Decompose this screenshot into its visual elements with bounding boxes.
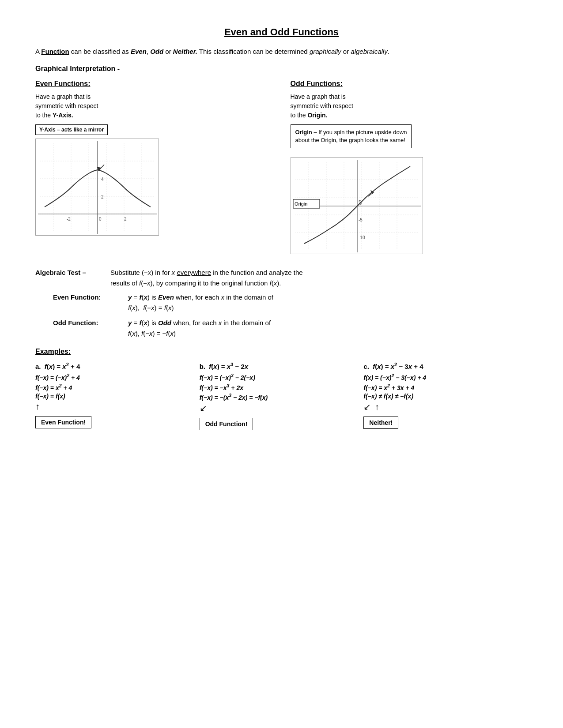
- example-a-step3: f(−x) = f(x): [35, 393, 195, 400]
- graphically-text: graphically: [310, 48, 341, 55]
- odd-functions-col: Odd Functions: Have a graph that issymme…: [291, 80, 528, 254]
- odd-functions-title: Odd Functions:: [291, 80, 528, 88]
- even-keyword: Even: [131, 48, 147, 55]
- example-b-col: b. f(x) = x3 − 2x f(−x) = (−x)3 − 2(−x) …: [200, 362, 364, 430]
- examples-section: Examples: a. f(x) = x2 + 4 f(−x) = (−x)2…: [35, 348, 528, 430]
- example-c-step2: f(−x) = x2 + 3x + 4: [363, 383, 523, 391]
- page-title: Even and Odd Functions: [35, 26, 528, 38]
- algebraic-test-label: Algebraic Test –: [35, 267, 106, 289]
- svg-text:2: 2: [101, 195, 104, 199]
- example-a-step1: f(−x) = (−x)2 + 4: [35, 373, 195, 381]
- example-c-step1: f(x) = (−x)2 − 3(−x) + 4: [363, 373, 523, 381]
- svg-text:-2: -2: [67, 217, 71, 221]
- svg-text:4: 4: [101, 177, 104, 182]
- example-a-result: Even Function!: [35, 416, 91, 428]
- algebraic-intro-row: Algebraic Test – Substitute (−x) in for …: [35, 267, 528, 289]
- example-b-step3: f(−x) = −(x3 − 2x) = −f(x): [200, 393, 359, 401]
- example-c-col: c. f(x) = x2 − 3x + 4 f(x) = (−x)2 − 3(−…: [363, 362, 528, 430]
- even-function-def-row: Even Function: y = f(x) is Even when, fo…: [53, 292, 528, 313]
- example-c-arrows: ↙ ↑: [363, 402, 523, 412]
- svg-text:-5: -5: [359, 218, 363, 222]
- example-c-result: Neither!: [363, 417, 398, 429]
- svg-text:Origin: Origin: [295, 201, 307, 206]
- even-graph: -2 0 2 2 4: [35, 139, 159, 236]
- even-functions-col: Even Functions: Have a graph that issymm…: [35, 80, 273, 254]
- graphical-section: Even Functions: Have a graph that issymm…: [35, 80, 528, 254]
- example-c-step3: f(−x) ≠ f(x) ≠ −f(x): [363, 393, 523, 400]
- even-function-def-label: Even Function:: [53, 292, 124, 313]
- odd-functions-desc: Have a graph that issymmetric with respe…: [291, 92, 528, 120]
- even-graph-svg: -2 0 2 2 4: [36, 139, 159, 236]
- example-c-label: c. f(x) = x2 − 3x + 4: [363, 362, 523, 370]
- even-functions-title: Even Functions:: [35, 80, 273, 88]
- example-b-arrow: ↙: [200, 403, 359, 413]
- examples-header: Examples:: [35, 348, 528, 356]
- example-a-arrow: ↑: [35, 402, 195, 412]
- even-function-def-text: y = f(x) is Even when, for each x in the…: [128, 292, 273, 313]
- algebraic-intro-text: Substitute (−x) in for x everywhere in t…: [110, 267, 528, 289]
- origin-note: Origin – If you spin the picture upside …: [291, 124, 412, 148]
- example-a-step2: f(−x) = x2 + 4: [35, 383, 195, 391]
- odd-function-def-label: Odd Function:: [53, 318, 124, 339]
- example-b-result: Odd Function!: [200, 418, 253, 430]
- function-keyword: Function: [41, 48, 69, 55]
- neither-keyword: Neither.: [173, 48, 197, 55]
- intro-paragraph: A Function can be classified as Even, Od…: [35, 47, 528, 57]
- odd-graph-svg: 5 -5 -10 0 Origin: [291, 158, 423, 254]
- svg-text:-10: -10: [359, 235, 365, 240]
- y-axis-note: Y-Axis – acts like a mirror: [35, 124, 108, 135]
- odd-graph: 5 -5 -10 0 Origin: [291, 157, 423, 254]
- odd-function-def-text: y = f(x) is Odd when, for each x in the …: [128, 318, 271, 339]
- example-b-step2: f(−x) = −x3 + 2x: [200, 383, 359, 391]
- odd-function-def-row: Odd Function: y = f(x) is Odd when, for …: [53, 318, 528, 339]
- example-a-col: a. f(x) = x2 + 4 f(−x) = (−x)2 + 4 f(−x)…: [35, 362, 200, 430]
- graphical-header: Graphical Interpretation -: [35, 65, 528, 73]
- example-b-step1: f(−x) = (−x)3 − 2(−x): [200, 373, 359, 381]
- example-b-label: b. f(x) = x3 − 2x: [200, 362, 359, 370]
- svg-text:0: 0: [99, 217, 102, 221]
- examples-grid: a. f(x) = x2 + 4 f(−x) = (−x)2 + 4 f(−x)…: [35, 362, 528, 430]
- svg-text:2: 2: [124, 217, 127, 221]
- algebraically-text: algebraically: [351, 48, 387, 55]
- algebraic-section: Algebraic Test – Substitute (−x) in for …: [35, 267, 528, 339]
- example-a-label: a. f(x) = x2 + 4: [35, 362, 195, 370]
- odd-keyword: Odd: [150, 48, 163, 55]
- even-functions-desc: Have a graph that issymmetric with respe…: [35, 92, 273, 120]
